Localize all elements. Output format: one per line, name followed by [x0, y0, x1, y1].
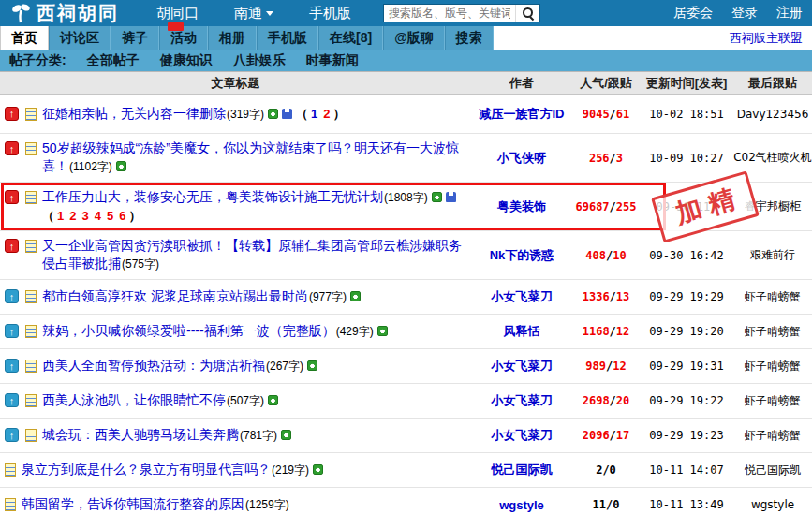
title-content: 韩国留学，告诉你韩国流行整容的原因(1259字): [22, 495, 471, 514]
author-link[interactable]: 粤美装饰: [471, 198, 572, 215]
thread-title-link[interactable]: 又一企业高管因贪污渎职被抓！【转载】原辅仁集团高管邱云樵涉嫌职务侵占罪被批捕: [42, 238, 462, 271]
page-number-link[interactable]: 6: [119, 209, 125, 223]
thread-title-link[interactable]: 城会玩：西美人驰骋马场让美奔腾: [42, 427, 239, 442]
author-link[interactable]: 小女飞菜刀: [471, 392, 572, 409]
last-reply-link[interactable]: 艰难前行: [733, 247, 812, 263]
pagination-links[interactable]: （12）: [296, 107, 345, 121]
replies-count: 0: [610, 463, 616, 477]
topnav-item-3[interactable]: 手机版: [309, 5, 351, 22]
user-links: 居委会登录注册: [673, 5, 803, 22]
user-link-3[interactable]: 注册: [776, 5, 803, 22]
tab-8[interactable]: @版聊: [383, 26, 445, 50]
last-reply-link[interactable]: 虾子啃螃蟹: [733, 359, 812, 374]
thread-title-link[interactable]: 韩国留学，告诉你韩国流行整容的原因: [22, 496, 244, 511]
views-replies: 408/10: [572, 249, 640, 262]
thread-title-link[interactable]: 西美人泳池趴，让你眼睛忙不停: [42, 392, 226, 407]
search-button[interactable]: [515, 5, 539, 22]
views-replies: 2096/17: [572, 429, 640, 442]
user-link-2[interactable]: 登录: [731, 5, 758, 22]
save-disk-icon: [446, 192, 456, 202]
moderator-union-link[interactable]: 西祠版主联盟: [730, 30, 812, 47]
page-number-link[interactable]: 2: [69, 209, 76, 223]
views-replies: 1336/13: [572, 290, 640, 303]
update-time: 09-29 19:22: [640, 394, 733, 407]
thread-title-link[interactable]: 工作压力山大，装修安心无压，粤美装饰设计施工无忧计划: [42, 189, 383, 204]
tab-1[interactable]: 首页: [0, 26, 49, 50]
category-label: 帖子分类:: [9, 52, 66, 69]
author-link[interactable]: 小女飞菜刀: [471, 288, 572, 305]
category-item-3[interactable]: 八卦娱乐: [233, 52, 286, 69]
document-icon: [25, 290, 37, 303]
author-link[interactable]: 悦己国际凯: [471, 462, 572, 478]
tab-5[interactable]: 相册: [208, 26, 257, 50]
category-item-4[interactable]: 时事新闻: [306, 52, 359, 69]
page-number-link[interactable]: 5: [107, 209, 113, 223]
thread-row: ↑征婚相亲帖，无关内容一律删除(319字)（12）减压一族官方ID9045/61…: [0, 95, 812, 134]
last-reply-link[interactable]: C02气柱喷火机: [733, 150, 812, 166]
title-cell: ↑西美人全面暂停预热活动：为塘沽祈福(267字): [0, 357, 471, 375]
last-reply-link[interactable]: 虾子啃螃蟹: [733, 324, 812, 340]
last-reply-link[interactable]: 悦己国际凯: [733, 463, 812, 478]
title-content: 西美人全面暂停预热活动：为塘沽祈福(267字): [42, 357, 471, 375]
views-replies: 256/3: [572, 152, 640, 165]
views-replies: 1168/12: [572, 325, 640, 338]
author-link[interactable]: 减压一族官方ID: [471, 106, 572, 123]
char-count: (977字): [309, 290, 347, 303]
pagination-links[interactable]: （123456）: [42, 209, 140, 223]
category-bar: 帖子分类: 全部帖子健康知识八卦娱乐时事新闻: [0, 50, 812, 71]
document-icon: [25, 108, 37, 121]
category-item-1[interactable]: 全部帖子: [87, 52, 140, 69]
last-reply-link[interactable]: 虾子啃螃蟹: [733, 289, 812, 305]
page-number-link[interactable]: 1: [57, 209, 64, 223]
tab-9[interactable]: 搜索: [445, 26, 494, 50]
page-number-link[interactable]: 3: [81, 209, 88, 223]
tab-4[interactable]: 活动: [159, 26, 208, 50]
update-time: 09-29 19:20: [640, 325, 733, 338]
tab-7[interactable]: 在线[8]: [318, 26, 383, 50]
last-reply-link[interactable]: 睿宇邦橱柜: [733, 198, 812, 214]
page-number-link[interactable]: 4: [95, 209, 101, 223]
author-link[interactable]: 风释恬: [471, 323, 572, 340]
last-reply-link[interactable]: 虾子啃螃蟹: [733, 428, 812, 444]
sticky-up-arrow-icon: ↑: [5, 239, 19, 253]
last-reply-link[interactable]: 虾子啃螃蟹: [733, 393, 812, 409]
page-number-link[interactable]: 1: [311, 107, 317, 121]
site-logo[interactable]: 西祠胡同: [9, 1, 119, 26]
topnav-item-1[interactable]: 胡同口: [156, 5, 199, 22]
thread-row: ↑又一企业高管因贪污渎职被抓！【转载】原辅仁集团高管邱云樵涉嫌职务侵占罪被批捕(…: [0, 231, 812, 280]
image-attachment-icon: [307, 360, 317, 371]
thread-title-link[interactable]: 西美人全面暂停预热活动：为塘沽祈福: [42, 358, 265, 373]
last-reply-link[interactable]: Davy123456: [733, 108, 812, 121]
thread-row: ↑西美人全面暂停预热活动：为塘沽祈福(267字)小女飞菜刀989/1209-29…: [0, 349, 812, 384]
char-count: (319字): [227, 108, 264, 121]
char-count: (781字): [240, 429, 277, 442]
tab-6[interactable]: 手机版: [257, 26, 318, 50]
last-reply-link[interactable]: wgstyle: [733, 498, 812, 511]
char-count: (1808字): [384, 191, 428, 204]
page-number-link[interactable]: 2: [323, 107, 330, 121]
thread-title-link[interactable]: 辣妈，小贝喊你领绿爱啦----福利第一波（完整版）: [42, 323, 335, 338]
top-bar: 西祠胡同 胡同口南通手机版 居委会登录注册: [0, 0, 812, 26]
title-content: 征婚相亲帖，无关内容一律删除(319字)（12）: [42, 105, 471, 124]
author-link[interactable]: Nk下的诱惑: [471, 247, 572, 264]
category-item-2[interactable]: 健康知识: [160, 52, 213, 69]
tabs: 首页讨论区裤子活动相册手机版在线[8]@版聊搜索: [0, 26, 494, 50]
column-header-3: 人气/跟贴: [572, 75, 640, 92]
thread-title-link[interactable]: 征婚相亲帖，无关内容一律删除: [42, 106, 226, 121]
char-count: (1102字): [69, 160, 112, 173]
views-replies: 11/0: [572, 498, 640, 511]
author-link[interactable]: 小飞侠呀: [471, 150, 572, 167]
thread-row: 韩国留学，告诉你韩国流行整容的原因(1259字)wgstyle11/010-11…: [0, 488, 812, 514]
user-link-1[interactable]: 居委会: [673, 5, 713, 22]
author-link[interactable]: 小女飞菜刀: [471, 427, 572, 444]
topnav-item-2[interactable]: 南通: [234, 5, 273, 22]
author-link[interactable]: wgstyle: [471, 498, 572, 512]
thread-title-link[interactable]: 泉立方到底是什么？泉立方有明显代言吗？: [22, 462, 271, 477]
thread-title-link[interactable]: 都市白领高淳狂欢 泥浆足球南京站踢出最时尚: [42, 288, 308, 303]
tab-2[interactable]: 讨论区: [49, 26, 111, 50]
search-input[interactable]: [384, 7, 515, 20]
author-link[interactable]: 小女飞菜刀: [471, 358, 572, 374]
tab-3[interactable]: 裤子: [111, 26, 159, 50]
title-content: 城会玩：西美人驰骋马场让美奔腾(781字): [42, 426, 471, 445]
views-replies: 9045/61: [572, 108, 640, 121]
